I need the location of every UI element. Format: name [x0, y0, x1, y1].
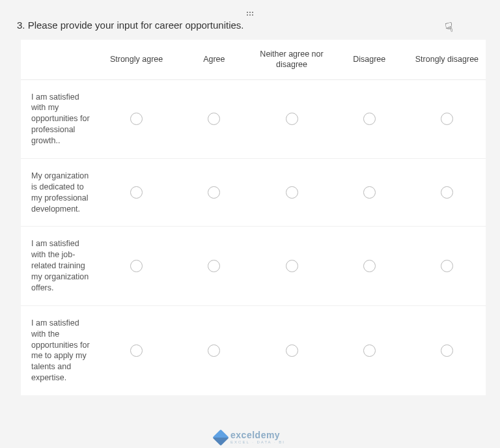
row-label: I am satisfied with the opportunities fo…: [21, 306, 98, 395]
radio-option[interactable]: [286, 344, 298, 357]
watermark-tagline: EXCEL · DATA · BI: [230, 440, 285, 444]
col-header: Neither agree nor disagree: [253, 40, 330, 79]
question-title: 3. Please provide your input for career …: [12, 18, 488, 40]
radio-option[interactable]: [208, 113, 220, 125]
row-label: I am satisfied with the job-related trai…: [21, 227, 98, 305]
matrix-row: I am satisfied with the job-related trai…: [21, 227, 486, 305]
matrix-row: My organization is dedicated to my profe…: [21, 159, 486, 227]
drag-handle-icon[interactable]: [12, 8, 488, 18]
radio-option[interactable]: [363, 344, 376, 357]
radio-option[interactable]: [441, 113, 453, 125]
radio-option[interactable]: [130, 113, 143, 125]
likert-matrix: Strongly agree Agree Neither agree nor d…: [21, 40, 486, 395]
watermark-logo-icon: [212, 429, 229, 445]
matrix-row: I am satisfied with my opportunities for…: [21, 80, 486, 159]
radio-option[interactable]: [363, 260, 376, 272]
matrix-row: I am satisfied with the opportunities fo…: [21, 306, 486, 395]
radio-option[interactable]: [441, 186, 453, 199]
radio-option[interactable]: [208, 260, 220, 272]
watermark-brand: exceldemy: [230, 430, 285, 440]
row-label: I am satisfied with my opportunities for…: [21, 80, 98, 158]
matrix-header-row: Strongly agree Agree Neither agree nor d…: [21, 40, 486, 80]
header-stub: [21, 50, 98, 68]
row-label: My organization is dedicated to my profe…: [21, 159, 98, 227]
col-header: Strongly disagree: [408, 45, 486, 74]
radio-option[interactable]: [208, 186, 220, 199]
col-header: Agree: [175, 45, 253, 74]
radio-option[interactable]: [441, 344, 453, 357]
col-header: Disagree: [331, 45, 408, 74]
radio-option[interactable]: [130, 344, 143, 357]
question-text: Please provide your input for career opp…: [28, 20, 244, 31]
radio-option[interactable]: [286, 113, 298, 125]
radio-option[interactable]: [363, 113, 376, 125]
radio-option[interactable]: [286, 260, 298, 272]
question-number: 3.: [17, 20, 25, 31]
radio-option[interactable]: [363, 186, 376, 199]
col-header: Strongly agree: [98, 45, 175, 74]
radio-option[interactable]: [286, 186, 298, 199]
radio-option[interactable]: [130, 186, 143, 199]
radio-option[interactable]: [130, 260, 143, 272]
watermark: exceldemy EXCEL · DATA · BI: [215, 430, 285, 444]
radio-option[interactable]: [208, 344, 220, 357]
radio-option[interactable]: [441, 260, 453, 272]
